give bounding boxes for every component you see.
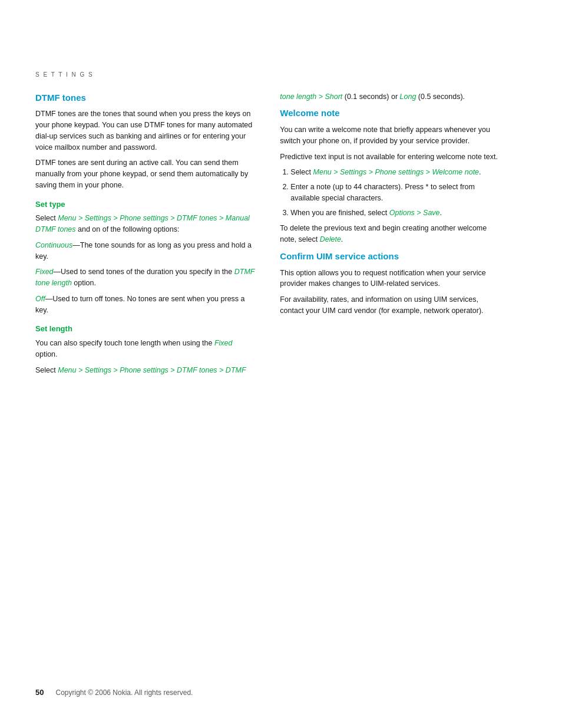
right-column: tone length > Short (0.1 seconds) or Lon… (280, 91, 501, 381)
set-length-link1: Menu > Settings > Phone settings > DTMF … (58, 366, 246, 374)
dtmf-cont-text2: (0.5 seconds). (416, 93, 465, 101)
step3-link: Options > Save (389, 209, 440, 217)
set-length-fixed-label: Fixed (214, 339, 233, 347)
welcome-note-steps: Select Menu > Settings > Phone settings … (280, 167, 501, 218)
confirm-uim-title: Confirm UIM service actions (280, 250, 501, 263)
step1-end: . (479, 168, 481, 176)
set-length-para1: You can also specify touch tone length w… (35, 338, 256, 360)
fixed-text2: option. (72, 279, 96, 287)
page-number: 50 (35, 687, 44, 699)
off-option: Off—Used to turn off tones. No tones are… (35, 294, 256, 316)
confirm-uim-para1: This option allows you to request notifi… (280, 268, 501, 290)
off-text: —Used to turn off tones. No tones are se… (35, 295, 245, 314)
set-type-intro: Select Menu > Settings > Phone settings … (35, 213, 256, 235)
welcome-delete-text: To delete the previous text and begin cr… (280, 224, 487, 243)
settings-label: S e t t i n g s (35, 71, 527, 80)
step3-intro: When you are finished, select (290, 209, 389, 217)
off-label: Off (35, 295, 45, 303)
confirm-uim-para2: For availability, rates, and information… (280, 294, 501, 317)
set-length-para1-text: You can also specify touch tone length w… (35, 339, 214, 347)
fixed-option: Fixed—Used to send tones of the duration… (35, 266, 256, 289)
welcome-delete-para: To delete the previous text and begin cr… (280, 223, 501, 245)
continuous-label: Continuous (35, 241, 72, 249)
welcome-note-para2: Predictive text input is not available f… (280, 151, 501, 163)
welcome-step-2: Enter a note (up to 44 characters). Pres… (290, 182, 501, 204)
content-area: DTMF tones DTMF tones are the tones that… (35, 91, 527, 381)
set-length-select: Select Menu > Settings > Phone settings … (35, 365, 256, 376)
welcome-step-3: When you are finished, select Options > … (290, 207, 501, 219)
copyright-text: Copyright © 2006 Nokia. All rights reser… (55, 688, 193, 698)
footer: 50 Copyright © 2006 Nokia. All rights re… (35, 687, 527, 699)
long-label: Long (400, 93, 416, 101)
dtmf-tones-title: DTMF tones (35, 91, 256, 104)
step3-end: . (440, 209, 442, 217)
dtmf-cont-text: (0.1 seconds) or (342, 93, 399, 101)
dtmf-continued: tone length > Short (0.1 seconds) or Lon… (280, 91, 501, 103)
welcome-note-title: Welcome note (280, 107, 501, 120)
set-type-intro2: and on of the following options: (76, 225, 180, 233)
delete-label: Delete (320, 235, 341, 243)
welcome-note-para1: You can write a welcome note that briefl… (280, 124, 501, 147)
set-type-intro-text: Select (35, 214, 58, 222)
set-length-para1-end: option. (35, 350, 58, 358)
set-type-title: Set type (35, 199, 256, 210)
welcome-delete-end: . (341, 235, 343, 243)
set-length-intro: Select (35, 366, 58, 374)
welcome-step-1: Select Menu > Settings > Phone settings … (290, 167, 501, 178)
dtmf-para2: DTMF tones are sent during an active cal… (35, 157, 256, 190)
fixed-label: Fixed (35, 268, 54, 276)
dtmf-para1: DTMF tones are the tones that sound when… (35, 108, 256, 153)
set-length-title: Set length (35, 324, 256, 335)
tone-length-link: tone length > Short (280, 93, 342, 101)
continuous-option: Continuous—The tone sounds for as long a… (35, 240, 256, 262)
fixed-text: —Used to send tones of the duration you … (54, 268, 234, 276)
page: S e t t i n g s DTMF tones DTMF tones ar… (0, 0, 562, 728)
step1-link: Menu > Settings > Phone settings > Welco… (313, 168, 480, 176)
step1-intro: Select (290, 168, 313, 176)
left-column: DTMF tones DTMF tones are the tones that… (35, 91, 256, 381)
